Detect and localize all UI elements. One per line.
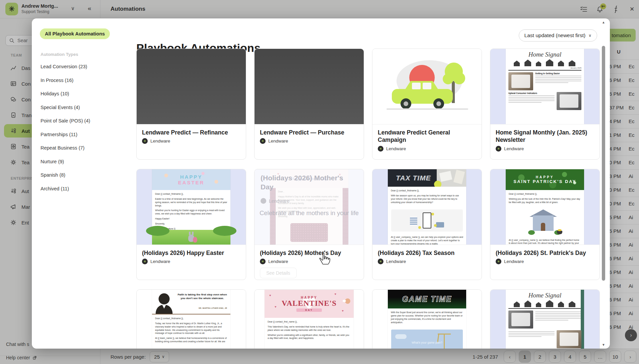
email-paragraph: Whether you're hunting for Easter eggs o… <box>155 209 227 215</box>
email-body: Dear {{ contact_first_name }},This Valen… <box>265 318 354 344</box>
article-text: Getting In Getting Easier <box>535 72 581 90</box>
card-thumbnail-mlk: Faith is taking the first step even when… <box>137 290 246 349</box>
car-illustration <box>372 49 482 124</box>
card-brand: ✳ Lendware <box>378 259 476 264</box>
email-preview: Home Signal January 2025 Getting In Gett… <box>506 49 584 124</box>
article-text <box>535 310 581 329</box>
st-patricks-line1: HAPPY <box>536 175 554 179</box>
lendware-logo-icon: ✳ <box>378 259 383 264</box>
email-paragraph: Dear {{ contact_firstname }}, <box>509 192 581 196</box>
article-text <box>508 330 555 348</box>
goalpost-illustration: What's your game plan? <box>391 330 463 349</box>
email-paragraph: With tax season upon us, you may be look… <box>391 194 463 204</box>
card-title: Lendware Predict — Purchase <box>260 129 358 136</box>
email-paragraph: At {{ user_company_name }}, we believe t… <box>509 239 581 245</box>
house-illustration <box>525 209 565 235</box>
divider <box>508 70 581 71</box>
automation-card[interactable]: Lendware Predict — Refinance ✳ Lendware <box>136 49 246 160</box>
newsletter-article <box>508 310 581 329</box>
automation-type-filter[interactable]: Partnerships (11) <box>41 128 128 142</box>
newsletter-logo: Home Signal <box>506 51 584 58</box>
automation-type-filter[interactable]: In Process (16) <box>41 74 128 87</box>
article-image <box>557 92 581 110</box>
email-preview: Faith is taking the first step even when… <box>152 290 230 349</box>
st-patricks-line2: SAINT PATRICK'S DAY <box>513 179 576 184</box>
automation-card[interactable]: ♥ ♥ ♥ ♥ ♥ HAPPY VALENTINE'S DAY Dear {{ … <box>254 289 364 349</box>
ghost-card-title: (Holidays 2026) Mother's Day <box>261 173 351 192</box>
mlk-attribution: DR. MARTIN LUTHER KING, JR <box>199 307 227 309</box>
card-thumbnail-home-signal: Home Signal <box>490 290 599 349</box>
automation-type-filter[interactable]: Holidays (10) <box>41 87 128 101</box>
lendware-logo-icon: ✳ <box>142 259 148 264</box>
mlk-header: Faith is taking the first step even when… <box>152 290 230 314</box>
article-image <box>557 330 581 348</box>
automation-type-filter[interactable]: Nurture (9) <box>41 155 128 169</box>
see-details-button[interactable]: See Details <box>260 268 297 278</box>
scroll-up-icon[interactable]: ▲ <box>601 20 606 24</box>
mlk-portrait <box>153 292 175 314</box>
article-image <box>508 72 533 90</box>
automation-card-hovered[interactable]: ♥ ♥ Happy Mother's Day Dear ,Happy Mothe… <box>254 169 364 280</box>
lendware-logo-icon: ✳ <box>496 146 501 152</box>
automation-card[interactable]: Home Signal <box>490 289 600 349</box>
modal-scrollbar[interactable]: ▲ ▼ <box>601 20 606 347</box>
brand-name: Lendware <box>268 259 288 264</box>
newsletter-article: Getting In Getting Easier <box>508 72 581 90</box>
tax-time-title: TAX TIME <box>396 175 431 181</box>
sort-dropdown[interactable]: Last updated (newest first) ∨ <box>519 29 597 41</box>
playbook-automations-modal: All Playbook Automations Automation Type… <box>32 18 610 349</box>
automation-card[interactable]: Lendware Predict General Campaign ✳ Lend… <box>372 49 482 160</box>
automation-type-filter[interactable]: Special Events (4) <box>41 101 128 114</box>
scroll-down-icon[interactable]: ▼ <box>601 343 606 347</box>
email-paragraph: This Valentine's Day, we're reminded tha… <box>268 325 351 332</box>
automation-card[interactable]: TAX TIME Dear {{ contact_firstname }},Wi… <box>372 169 482 280</box>
automation-card[interactable]: GAME TIME With the Super Bowl just aroun… <box>372 289 482 349</box>
automation-type-filter[interactable]: Archived (11) <box>41 182 128 196</box>
easter-header-line2: EASTER <box>178 180 205 185</box>
lendware-logo-icon <box>261 198 266 204</box>
email-body: At {{ user_company_name }}, we believe t… <box>506 236 584 245</box>
easter-header: HAPPY EASTER <box>152 169 230 190</box>
automation-type-filter[interactable]: Lead Conversion (23) <box>41 60 128 74</box>
automation-card[interactable]: Faith is taking the first step even when… <box>136 289 246 349</box>
automation-card[interactable]: HAPPY SAINT PATRICK'S DAY Dear {{ contac… <box>490 169 600 280</box>
email-paragraph: At {{ user_company_name }}, we can help … <box>391 236 463 245</box>
cupid-illustration <box>345 298 350 304</box>
hover-overlay: (Holidays 2026) Mother's Day Lendware Ce… <box>255 169 364 245</box>
filter-all-playbook-automations[interactable]: All Playbook Automations <box>40 28 110 39</box>
email-paragraph: Dear {{ contact_first_name }}, <box>268 320 351 324</box>
card-title: (Holidays 2026) Tax Season <box>378 249 476 257</box>
game-illustration-text: What's your game plan? <box>394 341 460 344</box>
lendware-logo-icon: ✳ <box>378 146 383 152</box>
email-body: Dear {{ contact_firstname }},Today, we h… <box>152 314 230 347</box>
card-title: Lendware Predict General Campaign <box>378 129 476 144</box>
automation-type-filter[interactable]: Repeat Business (7) <box>41 141 128 155</box>
houses-illustration <box>513 59 577 66</box>
article-text: Upbeat Consumer Indicators <box>508 92 555 110</box>
houses-illustration <box>513 300 577 307</box>
automation-card[interactable]: HAPPY EASTER Dear {{ contact_firstname }… <box>136 169 246 280</box>
email-body: Dear {{ contact_firstname }},With tax se… <box>388 187 466 208</box>
brand-name: Lendware <box>150 139 170 144</box>
email-paragraph: Dear {{ contact_firstname }}, <box>155 317 227 320</box>
chevron-down-icon: ∨ <box>588 33 591 38</box>
bush-illustration <box>146 226 169 236</box>
card-title: (Holidays 2026) St. Patrick's Day <box>496 249 594 257</box>
lendware-logo-icon: ✳ <box>260 259 266 264</box>
lendware-logo-icon: ✳ <box>142 138 148 144</box>
email-preview: Home Signal <box>506 290 584 349</box>
automation-card[interactable]: Lendware Predict — Purchase ✳ Lendware <box>254 49 364 160</box>
automation-type-filter[interactable]: Point of Sale (POS) (4) <box>41 114 128 128</box>
card-brand: ✳ Lendware <box>142 259 240 264</box>
game-time-title: GAME TIME <box>402 295 452 304</box>
automation-card[interactable]: Home Signal January 2025 Getting In Gett… <box>490 49 600 160</box>
article-image <box>508 310 533 329</box>
automation-types-list: Lead Conversion (23)In Process (16)Holid… <box>41 60 128 195</box>
email-paragraph: Dear {{ contact_firstname }}, <box>391 189 463 192</box>
email-body: Dear {{ contact_firstname }},Wishing you… <box>506 190 584 208</box>
card-thumbnail-easter: HAPPY EASTER Dear {{ contact_firstname }… <box>137 169 246 245</box>
scrollbar-thumb[interactable] <box>602 46 605 281</box>
article-heading: Getting In Getting Easier <box>535 72 581 75</box>
automation-type-filter[interactable]: Spanish (8) <box>41 168 128 182</box>
card-brand: ✳ Lendware <box>496 259 594 264</box>
